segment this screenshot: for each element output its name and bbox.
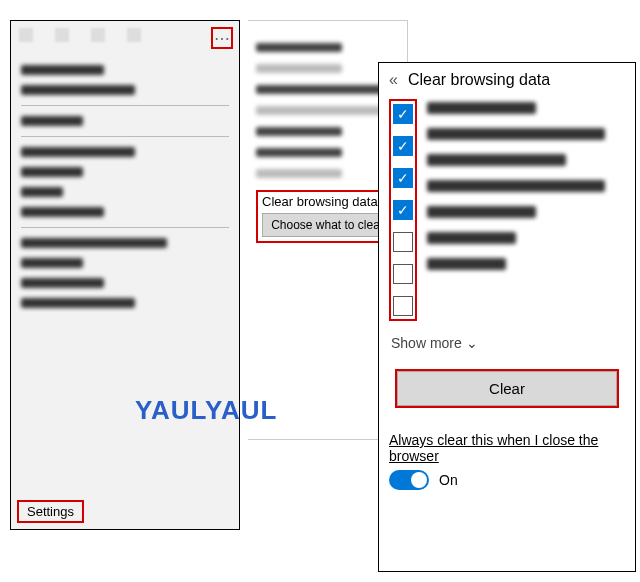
menu-item[interactable] [21, 187, 63, 197]
menu-item[interactable] [21, 258, 83, 268]
menu-toolbar [11, 27, 239, 49]
ellipsis-icon [214, 29, 230, 48]
option-label [427, 258, 506, 270]
menu-items [11, 49, 239, 324]
menu-item[interactable] [21, 85, 135, 95]
chevron-down-icon [462, 335, 478, 351]
cbd-options [389, 99, 625, 321]
toolbar-icon [91, 28, 105, 42]
menu-item[interactable] [21, 278, 104, 288]
clear-browsing-data-panel: Clear browsing data Show more Clear Alwa… [378, 62, 636, 572]
option-label [427, 180, 605, 192]
settings-option[interactable] [256, 169, 342, 178]
clear-button[interactable]: Clear [397, 371, 617, 406]
checkbox[interactable] [393, 168, 413, 188]
option-label [427, 102, 536, 114]
back-icon[interactable] [389, 71, 398, 89]
checkbox[interactable] [393, 264, 413, 284]
toggle-knob [411, 472, 427, 488]
toolbar-icon [19, 28, 33, 42]
option-label [427, 154, 566, 166]
settings-option[interactable] [256, 64, 342, 73]
checkbox-column [389, 99, 417, 321]
settings-option[interactable] [256, 148, 342, 157]
always-clear-toggle-row: On [389, 470, 625, 490]
checkbox[interactable] [393, 136, 413, 156]
toggle-state-label: On [439, 472, 458, 488]
settings-option[interactable] [256, 85, 385, 94]
menu-item[interactable] [21, 298, 135, 308]
menu-item[interactable] [21, 207, 104, 217]
toolbar-icon [55, 28, 69, 42]
menu-item[interactable] [21, 116, 83, 126]
settings-menu-item[interactable]: Settings [17, 500, 84, 523]
show-more-link[interactable]: Show more [391, 335, 625, 351]
settings-option[interactable] [256, 127, 342, 136]
checkbox[interactable] [393, 232, 413, 252]
toolbar-icon [127, 28, 141, 42]
checkbox-labels [427, 99, 625, 270]
edge-more-menu: Settings [10, 20, 240, 530]
cbd-title: Clear browsing data [408, 71, 550, 89]
option-label [427, 232, 516, 244]
menu-item[interactable] [21, 147, 135, 157]
always-clear-toggle[interactable] [389, 470, 429, 490]
menu-item[interactable] [21, 238, 167, 248]
option-label [427, 206, 536, 218]
cbd-header: Clear browsing data [389, 71, 625, 89]
option-label [427, 128, 605, 140]
checkbox[interactable] [393, 200, 413, 220]
always-clear-label: Always clear this when I close the brows… [389, 432, 625, 464]
checkbox[interactable] [393, 104, 413, 124]
choose-what-to-clear-button[interactable]: Choose what to clear [262, 213, 393, 237]
more-actions-button[interactable] [211, 27, 233, 49]
menu-item[interactable] [21, 65, 104, 75]
checkbox[interactable] [393, 296, 413, 316]
divider [21, 136, 229, 137]
settings-option[interactable] [256, 106, 385, 115]
show-more-label: Show more [391, 335, 462, 351]
clear-browsing-data-label: Clear browsing data [262, 194, 393, 209]
settings-heading [256, 43, 342, 52]
menu-item[interactable] [21, 167, 83, 177]
divider [21, 227, 229, 228]
divider [21, 105, 229, 106]
